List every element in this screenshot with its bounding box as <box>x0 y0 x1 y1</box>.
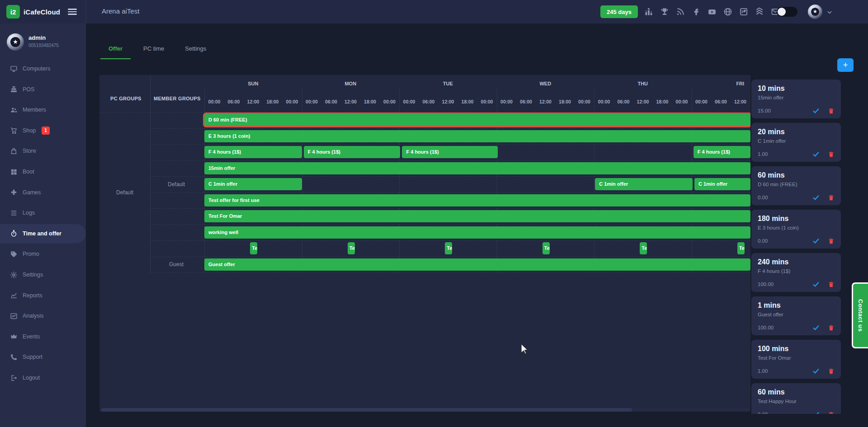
row-separator <box>150 257 750 257</box>
list-icon <box>10 209 18 217</box>
sidebar-item-support[interactable]: Support <box>0 347 86 366</box>
icafe-icon[interactable] <box>739 7 748 16</box>
pos-icon <box>10 85 18 93</box>
offer-bar[interactable]: Test Happy Hour <box>640 242 647 254</box>
day-header-wed: WED <box>539 81 551 86</box>
offer-bar[interactable]: Test Happy Hour <box>737 242 745 254</box>
time-tick: 06:00 <box>715 99 727 104</box>
check-icon[interactable] <box>812 281 820 288</box>
offer-bar[interactable]: D 60 min (FREE) <box>204 114 750 126</box>
youtube-icon[interactable] <box>708 7 717 16</box>
offer-duration: 180 mins <box>758 215 835 223</box>
members-icon <box>10 106 18 114</box>
member-group-label-guest: Guest <box>169 261 184 267</box>
offer-schedule-table: PC GROUPS MEMBER GROUPS SUN00:0006:0012:… <box>99 75 750 408</box>
check-icon[interactable] <box>812 367 820 375</box>
time-tick: 00:00 <box>500 99 513 104</box>
time-tick: 12:00 <box>734 99 746 104</box>
sidebar-item-shop[interactable]: Shop1 <box>0 121 86 140</box>
user-avatar[interactable]: ★ <box>808 5 822 19</box>
horizontal-scrollbar-thumb[interactable] <box>101 408 632 412</box>
sidebar-item-members[interactable]: Members <box>0 100 86 119</box>
offer-card: 60 minsD 60 min (FREE)0.00 <box>751 166 841 205</box>
check-icon[interactable] <box>812 107 820 114</box>
tab-pc-time[interactable]: PC time <box>135 43 172 59</box>
trash-icon[interactable] <box>828 108 835 114</box>
check-icon[interactable] <box>812 237 820 244</box>
offer-bar[interactable]: Test Happy Hour <box>542 242 550 254</box>
sidebar-item-games[interactable]: Games <box>0 183 86 202</box>
hamburger-menu-icon[interactable] <box>68 9 77 15</box>
offer-bar[interactable]: F 4 hours (1$) <box>402 146 497 158</box>
rss-icon[interactable] <box>676 7 685 16</box>
trash-icon[interactable] <box>828 368 835 375</box>
chevron-down-icon[interactable] <box>826 9 833 15</box>
sidebar-item-settings[interactable]: Settings <box>0 265 86 284</box>
check-icon[interactable] <box>812 194 820 201</box>
check-icon[interactable] <box>812 150 820 158</box>
tab-settings[interactable]: Settings <box>177 43 214 59</box>
contact-us-button[interactable]: Contact us <box>852 282 868 348</box>
offer-bar[interactable]: C 1min offer <box>204 178 302 190</box>
offer-bar[interactable]: C 1min offer <box>694 178 750 190</box>
trophy-icon[interactable] <box>660 7 669 16</box>
sidebar-item-computers[interactable]: Computers <box>0 59 86 78</box>
offer-bar[interactable]: F 4 hours (1$) <box>304 146 400 158</box>
time-tick: 12:00 <box>344 99 357 104</box>
facebook-icon[interactable] <box>692 7 701 16</box>
pc-groups-header: PC GROUPS <box>110 96 142 101</box>
offer-bar[interactable]: Test For Omar <box>204 210 750 222</box>
offer-bar[interactable]: Test Happy Hour <box>445 242 452 254</box>
offer-card: 60 minsTest Happy Hour0.00 <box>751 383 841 414</box>
check-icon[interactable] <box>812 411 820 414</box>
sidebar-item-analysis[interactable]: Analysis <box>0 306 86 325</box>
trash-icon[interactable] <box>828 238 835 244</box>
theme-toggle[interactable] <box>777 7 797 17</box>
offer-name: C 1min offer <box>758 138 835 144</box>
add-offer-button[interactable]: + <box>837 58 854 72</box>
layers-icon[interactable] <box>755 7 764 16</box>
license-days-badge[interactable]: 245 days <box>600 5 638 18</box>
sidebar-item-store[interactable]: Store <box>0 141 86 160</box>
offer-duration: 10 mins <box>758 84 835 93</box>
offer-price: 1.00 <box>758 368 768 374</box>
trash-icon[interactable] <box>828 411 835 414</box>
offer-price: 0.00 <box>758 195 768 200</box>
day-header-thu: THU <box>637 81 648 86</box>
offer-bar[interactable]: F 4 hours (1$) <box>693 146 750 158</box>
sidebar-item-reports[interactable]: Reports <box>0 286 86 305</box>
sidebar-item-promo[interactable]: Promo <box>0 244 86 263</box>
tab-offer[interactable]: Offer <box>100 43 131 59</box>
sidebar-item-time-and-offer[interactable]: Time and offer <box>0 224 86 243</box>
offer-bar[interactable]: E 3 hours (1 coin) <box>204 130 750 142</box>
check-icon[interactable] <box>812 324 820 331</box>
offer-bar[interactable]: C 1min offer <box>595 178 693 190</box>
globe-icon[interactable] <box>723 7 732 16</box>
sidebar-item-logs[interactable]: Logs <box>0 203 86 222</box>
row-separator <box>150 160 750 161</box>
offer-bar[interactable]: Test offer for first use <box>204 194 750 206</box>
trash-icon[interactable] <box>828 151 835 158</box>
offer-name: 15min offer <box>758 95 835 100</box>
offer-bar[interactable]: working well <box>204 226 750 239</box>
time-tick: 06:00 <box>520 99 532 104</box>
offer-bar[interactable]: Guest offer <box>204 258 750 271</box>
sidebar-item-events[interactable]: Events <box>0 327 86 346</box>
offer-bar[interactable]: 15min offer <box>204 162 750 174</box>
offer-bar[interactable]: Test Happy Hour <box>250 242 257 254</box>
trash-icon[interactable] <box>828 281 835 288</box>
sidebar-item-logout[interactable]: Logout <box>0 368 86 387</box>
sidebar-item-label: Members <box>23 107 46 113</box>
offer-bar[interactable]: Test Happy Hour <box>348 242 355 254</box>
offer-bar[interactable]: F 4 hours (1$) <box>204 146 302 158</box>
ranking-icon[interactable] <box>644 7 653 16</box>
sidebar-item-label: Reports <box>23 292 42 299</box>
sidebar-item-label: POS <box>23 86 34 93</box>
time-tick: 18:00 <box>364 99 376 104</box>
sidebar-item-boot[interactable]: Boot <box>0 162 86 181</box>
sidebar-item-pos[interactable]: POS <box>0 80 86 99</box>
trash-icon[interactable] <box>828 194 835 201</box>
offer-duration: 60 mins <box>758 171 835 179</box>
trash-icon[interactable] <box>828 324 835 331</box>
bag-icon <box>10 147 18 155</box>
